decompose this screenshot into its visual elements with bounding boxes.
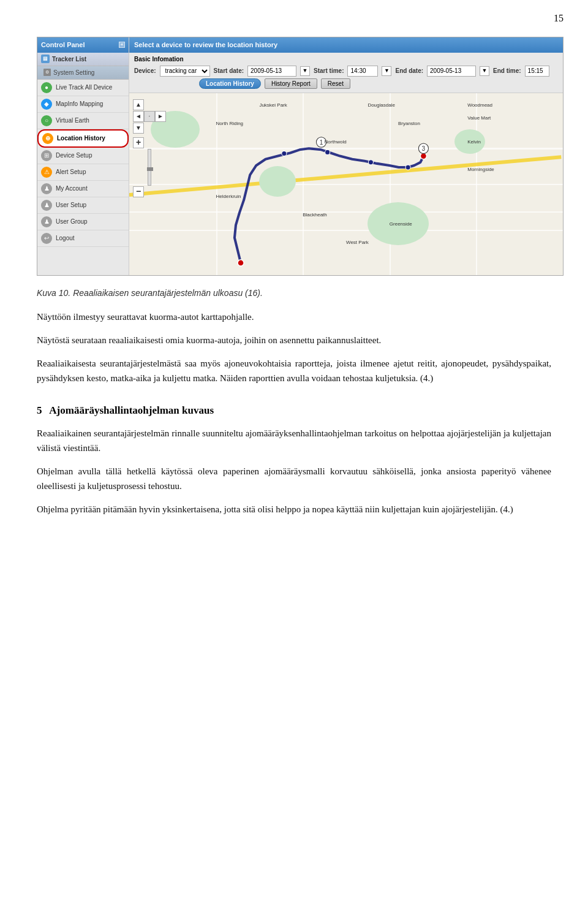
map-label-3: North Riding bbox=[216, 120, 243, 127]
menu-item-label-5: Alert Setup bbox=[56, 167, 86, 176]
section-number: 5 bbox=[37, 404, 42, 416]
menu-item-label-6: My Account bbox=[56, 184, 88, 193]
menu-item-icon-3: ⊕ bbox=[42, 133, 53, 144]
controls-row-2: Location History History Report Reset bbox=[134, 78, 558, 89]
start-date-input[interactable] bbox=[247, 66, 296, 77]
map-label-4: Northwold bbox=[325, 138, 347, 146]
map-label-12: Morningside bbox=[467, 166, 494, 173]
figure-caption: Kuva 10. Reaaliaikaisen seurantajärjeste… bbox=[37, 287, 551, 300]
sidebar-menu-item-4[interactable]: ⊞Device Setup bbox=[37, 148, 129, 164]
sidebar-menu: ●Live Track All Device◆MapInfo Mapping○V… bbox=[37, 80, 129, 276]
map-label-9: West Park bbox=[346, 239, 369, 246]
section-heading: 5 Ajomääräyshallintaohjelman kuvaus bbox=[37, 403, 551, 419]
svg-point-0 bbox=[238, 259, 244, 265]
paragraph-3: Reaaliaikaisesta seurantajärjestelmästä … bbox=[37, 356, 551, 385]
sidebar-collapse-btn[interactable]: « bbox=[119, 42, 125, 48]
end-time-label: End time: bbox=[493, 66, 521, 75]
reset-btn[interactable]: Reset bbox=[321, 78, 350, 89]
map-nav-up[interactable]: ▲ bbox=[133, 99, 144, 110]
menu-item-label-1: MapInfo Mapping bbox=[56, 99, 103, 108]
map-area[interactable]: 1 3 Jukskei Park Douglasdale North Ridin… bbox=[129, 93, 563, 276]
sidebar-menu-item-7[interactable]: ♟User Setup bbox=[37, 197, 129, 214]
menu-item-icon-0: ● bbox=[41, 82, 52, 93]
menu-item-label-9: Logout bbox=[56, 233, 75, 243]
device-label: Device: bbox=[134, 66, 156, 75]
menu-item-label-3: Location History bbox=[57, 134, 105, 143]
map-label-6: Helderkruin bbox=[216, 193, 241, 200]
end-date-picker-btn[interactable]: ▼ bbox=[480, 66, 489, 76]
map-label-8: Greenside bbox=[390, 221, 412, 228]
sidebar-menu-item-6[interactable]: ♟My Account bbox=[37, 181, 129, 197]
section-paragraph-1: Reaaliaikainen seurantajärjestelmän rinn… bbox=[37, 426, 551, 455]
tracker-list-label: Tracker List bbox=[52, 55, 86, 64]
sidebar-menu-item-9[interactable]: ↩Logout bbox=[37, 230, 129, 247]
menu-item-label-4: Device Setup bbox=[56, 151, 92, 160]
controls-bar: Basic Infomation Device: tracking car St… bbox=[129, 53, 563, 93]
map-zoom-out[interactable]: − bbox=[133, 186, 144, 197]
menu-item-icon-6: ♟ bbox=[41, 183, 52, 194]
map-navigation: ▲ ◄ · ► ▼ + − bbox=[133, 99, 166, 197]
end-time-input[interactable] bbox=[525, 66, 549, 77]
end-date-input[interactable] bbox=[427, 66, 476, 77]
map-zoom-slider[interactable] bbox=[148, 149, 151, 186]
map-nav-down[interactable]: ▼ bbox=[133, 123, 144, 134]
top-bar: Select a device to review the location h… bbox=[129, 37, 563, 53]
map-label-11: Kelvin bbox=[467, 138, 481, 146]
paragraph-2: Näytöstä seurataan reaaliaikaisesti omia… bbox=[37, 333, 551, 347]
system-setting-icon: ⚙ bbox=[43, 69, 51, 76]
menu-item-icon-5: ⚠ bbox=[41, 167, 52, 178]
menu-item-icon-4: ⊞ bbox=[41, 150, 52, 161]
menu-item-label-8: User Group bbox=[56, 217, 88, 226]
start-date-picker-btn[interactable]: ▼ bbox=[300, 66, 310, 76]
history-report-btn[interactable]: History Report bbox=[265, 78, 317, 89]
sidebar-menu-item-2[interactable]: ○Virtual Earth bbox=[37, 113, 129, 129]
menu-item-icon-7: ♟ bbox=[41, 200, 52, 211]
sidebar-header: Control Panel « bbox=[37, 37, 129, 53]
paragraph-1: Näyttöön ilmestyy seurattavat kuorma-aut… bbox=[37, 309, 551, 324]
map-nav-center[interactable]: · bbox=[144, 111, 155, 122]
map-background: 1 3 Jukskei Park Douglasdale North Ridin… bbox=[129, 93, 563, 276]
section-title: Ajomääräyshallintaohjelman kuvaus bbox=[49, 404, 214, 416]
system-setting-item[interactable]: ⚙ System Setting bbox=[37, 66, 129, 80]
top-bar-text: Select a device to review the location h… bbox=[134, 41, 277, 48]
map-nav-left[interactable]: ◄ bbox=[133, 111, 144, 122]
location-history-btn[interactable]: Location History bbox=[199, 78, 261, 89]
svg-point-5 bbox=[420, 153, 426, 159]
section-paragraph-2: Ohjelman avulla tällä hetkellä käytössä … bbox=[37, 464, 551, 493]
svg-text:1: 1 bbox=[320, 139, 323, 146]
menu-item-icon-8: ♟ bbox=[41, 216, 52, 227]
end-date-label: End date: bbox=[395, 66, 423, 75]
start-time-input[interactable] bbox=[347, 66, 378, 77]
device-select[interactable]: tracking car bbox=[160, 66, 210, 77]
sidebar-menu-item-5[interactable]: ⚠Alert Setup bbox=[37, 164, 129, 181]
tracker-icon: ▤ bbox=[41, 55, 50, 63]
map-zoom-in[interactable]: + bbox=[133, 137, 144, 148]
sidebar-menu-item-1[interactable]: ◆MapInfo Mapping bbox=[37, 96, 129, 113]
map-label-1: Jukskei Park bbox=[259, 102, 287, 109]
map-nav-right[interactable]: ► bbox=[155, 111, 166, 122]
tracker-list-item[interactable]: ▤ Tracker List bbox=[37, 53, 129, 66]
sidebar-menu-item-8[interactable]: ♟User Group bbox=[37, 214, 129, 230]
screenshot-container: Control Panel « ▤ Tracker List ⚙ System … bbox=[37, 37, 551, 276]
map-label-10: Woodmead bbox=[467, 102, 492, 109]
main-panel: Select a device to review the location h… bbox=[129, 37, 563, 275]
menu-item-icon-1: ◆ bbox=[41, 99, 52, 110]
menu-item-icon-9: ↩ bbox=[41, 233, 52, 244]
start-time-label: Start time: bbox=[314, 66, 344, 75]
system-setting-label: System Setting bbox=[53, 68, 94, 77]
svg-point-2 bbox=[325, 150, 330, 154]
sidebar-menu-item-3[interactable]: ⊕Location History bbox=[37, 129, 129, 148]
section-paragraph-3: Ohjelma pyritään pitämään hyvin yksinker… bbox=[37, 502, 551, 517]
menu-item-label-0: Live Track All Device bbox=[56, 83, 112, 92]
menu-item-icon-2: ○ bbox=[41, 115, 52, 126]
page-number: 15 bbox=[554, 11, 564, 26]
basic-info-label: Basic Infomation bbox=[134, 55, 558, 64]
sidebar-title: Control Panel bbox=[41, 40, 85, 50]
sidebar-menu-item-0[interactable]: ●Live Track All Device bbox=[37, 80, 129, 96]
menu-item-label-2: Virtual Earth bbox=[56, 116, 89, 125]
map-label-2: Douglasdale bbox=[368, 102, 394, 109]
start-time-picker-btn[interactable]: ▼ bbox=[382, 66, 391, 76]
ui-mockup: Control Panel « ▤ Tracker List ⚙ System … bbox=[37, 37, 564, 276]
map-label-7: Blackheath bbox=[303, 211, 327, 219]
svg-point-3 bbox=[368, 159, 373, 164]
